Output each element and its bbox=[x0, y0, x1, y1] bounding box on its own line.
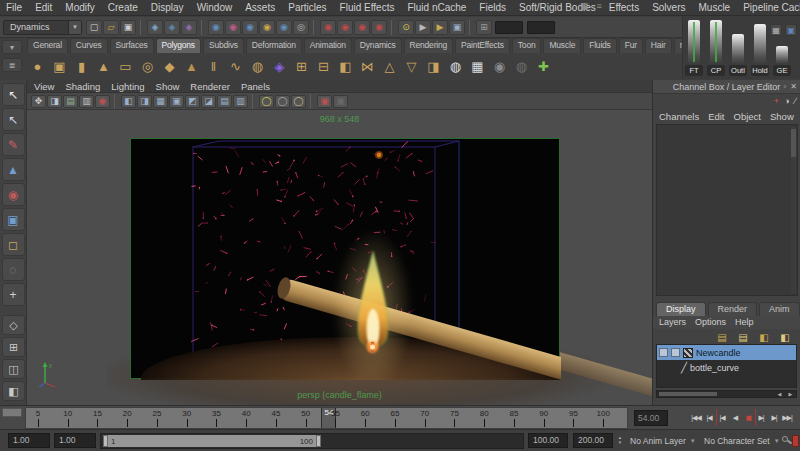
uv-sphere-icon[interactable]: ◉ bbox=[489, 56, 510, 77]
layer-editor-tab[interactable]: Anim bbox=[759, 302, 800, 316]
step-forward-frame-button[interactable]: ▶| bbox=[768, 409, 780, 426]
boolean-icon[interactable]: ⋈ bbox=[357, 56, 378, 77]
viewport-canvas[interactable]: 968 x 548 bbox=[27, 111, 652, 405]
poly-torus-icon[interactable]: ◎ bbox=[137, 56, 158, 77]
universal-manipulator-icon[interactable]: ◻ bbox=[2, 233, 25, 256]
smooth-icon[interactable]: △ bbox=[379, 56, 400, 77]
step-back-frame-button[interactable]: |◀ bbox=[716, 409, 728, 426]
panel-menu-item[interactable]: Renderer bbox=[190, 81, 230, 92]
checker-plane-icon[interactable]: ▦ bbox=[467, 56, 488, 77]
scroll-right-icon[interactable]: ▶ bbox=[786, 391, 795, 397]
shelf-tab[interactable]: Muscle bbox=[543, 38, 581, 53]
history-icon[interactable]: ◉ bbox=[354, 20, 370, 35]
play-backwards-button[interactable]: ◀ bbox=[729, 409, 741, 426]
xray-icon[interactable]: ◯ bbox=[275, 95, 290, 108]
menu-lines-icon[interactable]: ≡ bbox=[597, 1, 602, 11]
shelf-tab[interactable]: Surfaces bbox=[110, 38, 154, 53]
selection-mask-icon[interactable]: ⊞ bbox=[476, 20, 492, 35]
layout-outliner-pane-button[interactable]: ◧ bbox=[2, 381, 25, 401]
scroll-left-icon[interactable]: ◀ bbox=[775, 391, 784, 397]
panel-menu-item[interactable]: Lighting bbox=[111, 81, 144, 92]
new-layer-selected-icon[interactable]: ◧ bbox=[756, 330, 772, 345]
new-layer-assign-icon[interactable]: ◧ bbox=[777, 330, 793, 345]
auto-keyframe-icon[interactable] bbox=[792, 435, 799, 447]
step-back-key-button[interactable]: |◀ bbox=[703, 409, 715, 426]
mirror-icon[interactable]: ◨ bbox=[423, 56, 444, 77]
motion-blur-icon[interactable]: ▤ bbox=[217, 95, 232, 108]
layer-editor-tab[interactable]: Render bbox=[708, 302, 758, 316]
layout-four-pane-button[interactable]: ⊞ bbox=[2, 337, 25, 357]
snap-curve-icon[interactable]: ◉ bbox=[225, 20, 241, 35]
panel-menu-item[interactable]: View bbox=[34, 81, 54, 92]
snap-point-icon[interactable]: ◉ bbox=[242, 20, 258, 35]
layer-row-newcandle[interactable]: Newcandle bbox=[657, 345, 796, 360]
panel-menu-item[interactable]: Show bbox=[156, 81, 180, 92]
perspective-toggle-icon[interactable]: ▣ bbox=[785, 24, 797, 36]
stop-button[interactable]: ■ bbox=[742, 409, 754, 426]
select-hierarchy-icon[interactable]: ◈ bbox=[147, 20, 163, 35]
textured-icon[interactable]: ▦ bbox=[153, 95, 168, 108]
channel-box-menu-item[interactable]: Object bbox=[734, 111, 761, 122]
menu-item[interactable]: Assets bbox=[245, 2, 275, 13]
render-icon[interactable]: ▶ bbox=[415, 20, 431, 35]
close-panel-icon[interactable]: ✕ bbox=[790, 80, 797, 94]
playback-end-field[interactable]: 100.00 bbox=[528, 433, 568, 448]
animation-start-field[interactable]: 1.00 bbox=[54, 433, 96, 448]
snap-grid-icon[interactable]: ◉ bbox=[208, 20, 224, 35]
time-slider[interactable]: 54 5101520253035404550556065707580859095… bbox=[25, 407, 628, 429]
playback-start-field[interactable]: 1.00 bbox=[8, 433, 50, 448]
poly-soccerball-icon[interactable]: ◍ bbox=[247, 56, 268, 77]
channel-box-scrollbar[interactable] bbox=[791, 127, 796, 293]
menu-item[interactable]: File bbox=[6, 2, 22, 13]
poly-cube-icon[interactable]: ▣ bbox=[49, 56, 70, 77]
shelf-tab[interactable]: Hair bbox=[645, 38, 672, 53]
poly-pipe-icon[interactable]: ‖ bbox=[203, 56, 224, 77]
wireframe-icon[interactable]: ◧ bbox=[121, 95, 136, 108]
range-spinner[interactable]: ▴▾ bbox=[616, 435, 624, 447]
layer-editor-tab[interactable]: Display bbox=[656, 302, 706, 316]
select-object-icon[interactable]: ◈ bbox=[164, 20, 180, 35]
current-time-field[interactable]: 54.00 bbox=[634, 410, 668, 426]
layer-editor-menu-item[interactable]: Options bbox=[695, 317, 726, 328]
lock-camera-icon[interactable]: ◨ bbox=[47, 95, 62, 108]
shelf-button-cp[interactable]: CP bbox=[707, 18, 725, 76]
grid-menu-icon[interactable]: ▦ bbox=[770, 24, 782, 36]
relative-transform-field[interactable] bbox=[527, 21, 555, 34]
layer-row-bottle-curve[interactable]: ╱ bottle_curve bbox=[657, 360, 796, 375]
poly-prism-icon[interactable]: ◆ bbox=[159, 56, 180, 77]
scale-tool-icon[interactable]: ▣ bbox=[2, 208, 25, 231]
camera-attributes-icon[interactable]: ▤ bbox=[63, 95, 78, 108]
menu-item[interactable]: Solvers bbox=[652, 2, 685, 13]
open-scene-icon[interactable]: ▱ bbox=[103, 20, 119, 35]
bookmark-icon[interactable]: ▥ bbox=[79, 95, 94, 108]
menu-item[interactable]: Particles bbox=[288, 2, 326, 13]
poly-cone-icon[interactable]: ▲ bbox=[93, 56, 114, 77]
separate-icon[interactable]: ⊟ bbox=[313, 56, 334, 77]
shaded-icon[interactable]: ◨ bbox=[137, 95, 152, 108]
snap-plane-icon[interactable]: ◉ bbox=[259, 20, 275, 35]
shelf-tab[interactable]: Toon bbox=[512, 38, 542, 53]
menu-item[interactable]: Modify bbox=[65, 2, 94, 13]
save-scene-icon[interactable]: ▣ bbox=[120, 20, 136, 35]
paint-flower-icon[interactable]: ✚ bbox=[533, 56, 554, 77]
menu-item[interactable]: Create bbox=[108, 2, 138, 13]
shelf-tab[interactable]: Deformation bbox=[246, 38, 302, 53]
speed-toggle-icon[interactable]: ◑ bbox=[784, 96, 789, 106]
menu-item[interactable]: Edit bbox=[35, 2, 52, 13]
poly-helix-icon[interactable]: ∿ bbox=[225, 56, 246, 77]
lights-icon[interactable]: ▣ bbox=[169, 95, 184, 108]
chevron-down-icon[interactable]: ▾ bbox=[68, 21, 81, 34]
menu-set-selector[interactable]: Dynamics ▾ bbox=[3, 20, 82, 35]
select-component-icon[interactable]: ◈ bbox=[181, 20, 197, 35]
channel-box-menu-item[interactable]: Channels bbox=[659, 111, 699, 122]
lasso-select-tool-icon[interactable]: ↖ bbox=[2, 108, 25, 131]
layout-split-pane-button[interactable]: ◫ bbox=[2, 359, 25, 379]
snap-surface-icon[interactable]: ◉ bbox=[276, 20, 292, 35]
reduce-icon[interactable]: ▽ bbox=[401, 56, 422, 77]
shelf-tab[interactable]: General bbox=[27, 38, 68, 53]
output-connection-icon[interactable]: ◉ bbox=[337, 20, 353, 35]
xray-joints-icon[interactable]: ◯ bbox=[291, 95, 306, 108]
shelf-tab[interactable]: PaintEffects bbox=[455, 38, 510, 53]
combine-icon[interactable]: ⊞ bbox=[291, 56, 312, 77]
select-tool-icon[interactable]: ↖ bbox=[2, 83, 25, 106]
